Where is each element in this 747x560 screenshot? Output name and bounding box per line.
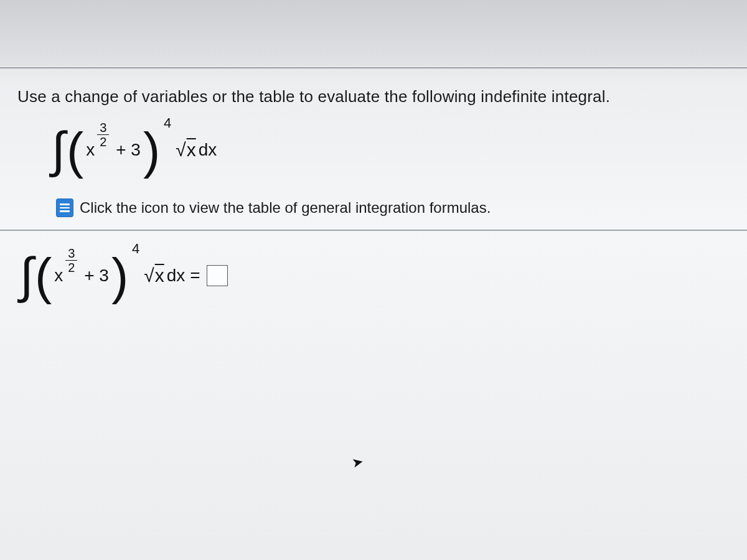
- radical-term: √x dx: [176, 139, 217, 161]
- integral-sign-icon: ∫: [52, 125, 65, 175]
- integral-display: ∫ ( x 3 2 + 3 ) 4 √x: [17, 119, 730, 181]
- paren-group-answer: ( x 3 2 + 3 ) 4: [35, 251, 128, 301]
- left-paren-icon: (: [35, 253, 52, 299]
- table-icon[interactable]: [56, 198, 73, 217]
- answer-input[interactable]: [207, 265, 228, 286]
- radicand: x: [155, 265, 164, 286]
- right-paren-icon: ): [143, 127, 160, 174]
- integral-sign-icon: ∫: [20, 251, 34, 301]
- cursor-icon: ➤: [350, 453, 364, 471]
- hint-row: Click the icon to view the table of gene…: [17, 198, 730, 217]
- right-paren-icon: ): [111, 253, 128, 299]
- content-area: Use a change of variables or the table t…: [0, 68, 747, 217]
- variable-x: x: [86, 140, 95, 159]
- exponent-denominator: 2: [68, 261, 75, 274]
- exponent-numerator: 3: [65, 247, 77, 261]
- equals-sign: =: [190, 266, 200, 286]
- constant-term: + 3: [84, 266, 109, 286]
- inner-terms-answer: x 3 2 + 3: [52, 266, 111, 286]
- inner-terms: x 3 2 + 3: [83, 140, 143, 160]
- sqrt-icon: √x: [176, 139, 195, 161]
- icon-line: [60, 203, 70, 205]
- variable-x: x: [54, 266, 63, 285]
- sqrt-icon: √x: [144, 265, 164, 286]
- base-variable: x 3 2: [86, 140, 95, 160]
- outer-power: 4: [132, 241, 139, 257]
- constant-term: + 3: [116, 140, 141, 160]
- outer-power: 4: [164, 115, 171, 131]
- answer-row: ∫ ( x 3 2 + 3 ) 4 √x dx =: [0, 245, 747, 307]
- differential: dx: [167, 266, 186, 286]
- exponent-numerator: 3: [97, 121, 109, 135]
- base-variable-answer: x 3 2: [54, 266, 63, 286]
- paren-group: ( x 3 2 + 3 ) 4: [67, 125, 160, 175]
- radicand: x: [187, 139, 196, 160]
- exponent-fraction: 3 2: [97, 121, 109, 148]
- exponent-denominator: 2: [100, 135, 106, 148]
- exponent-fraction-answer: 3 2: [65, 247, 77, 274]
- problem-screen: Use a change of variables or the table t…: [0, 0, 747, 560]
- question-prompt: Use a change of variables or the table t…: [17, 87, 730, 106]
- top-texture: [0, 0, 747, 65]
- divider-mid: [0, 230, 747, 231]
- left-paren-icon: (: [67, 127, 83, 174]
- icon-line: [60, 210, 70, 212]
- radical-term-answer: √x dx: [144, 265, 185, 286]
- icon-line: [60, 207, 70, 209]
- hint-text: Click the icon to view the table of gene…: [80, 199, 491, 217]
- differential: dx: [199, 140, 217, 160]
